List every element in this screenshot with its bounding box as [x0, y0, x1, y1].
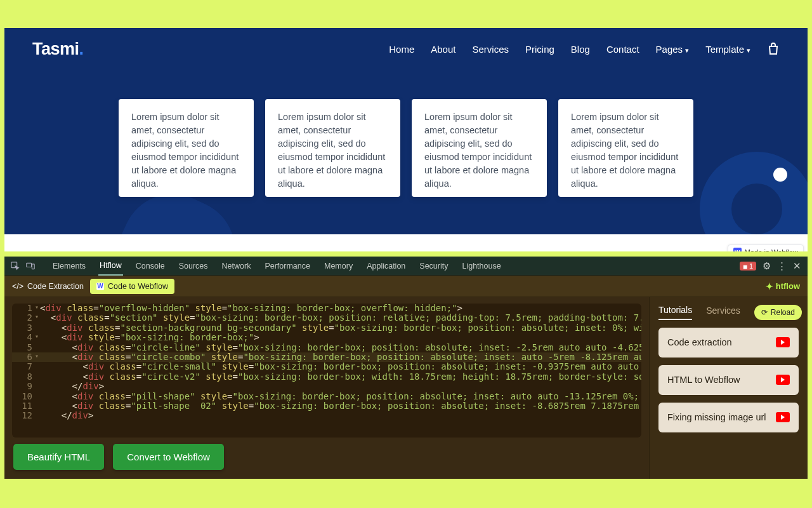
- code-line[interactable]: 1▾<div class="overflow-hidden" style="bo…: [12, 304, 641, 313]
- nav-pages-dropdown[interactable]: Pages▾: [656, 44, 690, 55]
- code-icon: </>: [12, 282, 23, 291]
- brand-logo[interactable]: Tasmi.: [32, 39, 84, 59]
- cart-icon[interactable]: [767, 41, 780, 57]
- code-line[interactable]: 3 <div class="section-background bg-seco…: [12, 323, 641, 333]
- chevron-down-icon: ▾: [685, 46, 689, 54]
- code-line[interactable]: 5 <div class="circle-line" style="box-si…: [12, 343, 641, 352]
- youtube-icon: [776, 337, 790, 347]
- youtube-icon: [776, 375, 790, 385]
- code-panel: 1▾<div class="overflow-hidden" style="bo…: [4, 297, 649, 479]
- code-line[interactable]: 8 <div class="circle-v2" style="box-sizi…: [12, 372, 641, 382]
- chevron-down-icon: ▾: [747, 46, 750, 54]
- nav-links: Home About Services Pricing Blog Contact…: [389, 41, 780, 57]
- webflow-icon: W: [733, 248, 742, 251]
- devtools-tabbar: Elements Htflow Console Sources Network …: [4, 257, 808, 276]
- tab-application[interactable]: Application: [365, 257, 407, 275]
- tutorial-title: HTML to Webflow: [667, 374, 740, 386]
- feature-card: Lorem ipsum dolor sit amet, consectetur …: [265, 99, 400, 197]
- card-row: Lorem ipsum dolor sit amet, consectetur …: [93, 99, 719, 197]
- nav-template-dropdown[interactable]: Template▾: [705, 44, 750, 55]
- error-badge[interactable]: ◼ 1: [740, 262, 756, 271]
- nav-services[interactable]: Services: [472, 44, 509, 55]
- webflow-icon: W: [96, 283, 104, 290]
- tab-performance[interactable]: Performance: [263, 257, 311, 275]
- inspect-icon[interactable]: [11, 262, 20, 271]
- code-footer: Beautify HTML Convert to Webflow: [12, 438, 641, 472]
- webpage-preview: Tasmi. Home About Services Pricing Blog …: [4, 28, 808, 251]
- nav-contact[interactable]: Contact: [606, 44, 639, 55]
- tab-memory[interactable]: Memory: [323, 257, 354, 275]
- htflow-toolbar: </> Code Extraction W Code to Webflow ✦ …: [4, 276, 808, 297]
- code-line[interactable]: 7 <div class="circle-small" style="box-s…: [12, 362, 641, 371]
- youtube-icon: [776, 412, 790, 422]
- htflow-logo: ✦ htflow: [766, 281, 800, 291]
- code-editor[interactable]: 1▾<div class="overflow-hidden" style="bo…: [12, 304, 641, 438]
- sidebar-tab-tutorials[interactable]: Tutorials: [658, 305, 692, 320]
- tab-lighthouse[interactable]: Lighthouse: [461, 257, 502, 275]
- devtools-panel: Elements Htflow Console Sources Network …: [4, 257, 808, 479]
- sidebar-tab-services[interactable]: Services: [706, 305, 740, 319]
- feature-card: Lorem ipsum dolor sit amet, consectetur …: [119, 99, 254, 197]
- tab-elements[interactable]: Elements: [51, 257, 87, 275]
- code-line[interactable]: 2▾ <div class="section" style="box-sizin…: [12, 313, 641, 323]
- convert-to-webflow-button[interactable]: Convert to Webflow: [113, 444, 224, 470]
- spark-icon: ✦: [766, 281, 773, 291]
- brand-name: Tasmi: [32, 39, 79, 58]
- tab-sources[interactable]: Sources: [178, 257, 209, 275]
- navbar: Tasmi. Home About Services Pricing Blog …: [4, 28, 808, 70]
- feature-card: Lorem ipsum dolor sit amet, consectetur …: [558, 99, 693, 197]
- svg-rect-2: [32, 264, 34, 269]
- reload-icon: ⟳: [761, 308, 768, 317]
- code-to-webflow-button[interactable]: W Code to Webflow: [90, 279, 174, 294]
- code-line[interactable]: 6▾ <div class="circle-combo" style="box-…: [12, 352, 641, 362]
- tutorial-card[interactable]: Fixing missing image url: [658, 403, 799, 432]
- tab-console[interactable]: Console: [134, 257, 166, 275]
- devtools-body: 1▾<div class="overflow-hidden" style="bo…: [4, 297, 808, 479]
- code-extraction-button[interactable]: </> Code Extraction: [12, 282, 84, 291]
- sidebar-panel: Tutorials Services ⟳ Reload Code extract…: [649, 297, 808, 479]
- close-icon[interactable]: ✕: [793, 260, 801, 272]
- decoration-dot: [773, 168, 787, 182]
- tutorial-title: Fixing missing image url: [667, 411, 766, 424]
- made-in-webflow-badge[interactable]: W Made in Webflow: [728, 244, 804, 251]
- code-line[interactable]: 10 <div class="pill-shape" style="box-si…: [12, 392, 641, 401]
- tutorial-title: Code extraction: [667, 337, 732, 349]
- reload-button[interactable]: ⟳ Reload: [754, 305, 802, 320]
- tab-security[interactable]: Security: [418, 257, 449, 275]
- more-icon[interactable]: ⋮: [777, 260, 787, 272]
- code-line[interactable]: 4▾ <div style="box-sizing: border-box;">: [12, 333, 641, 342]
- made-in-webflow-label: Made in Webflow: [745, 248, 798, 252]
- nav-pricing[interactable]: Pricing: [525, 44, 554, 55]
- tutorial-card[interactable]: HTML to Webflow: [658, 365, 799, 395]
- tab-htflow[interactable]: Htflow: [98, 257, 123, 276]
- brand-dot: .: [79, 39, 84, 58]
- beautify-html-button[interactable]: Beautify HTML: [13, 444, 104, 470]
- feature-card: Lorem ipsum dolor sit amet, consectetur …: [412, 99, 547, 197]
- nav-about[interactable]: About: [431, 44, 455, 55]
- code-line[interactable]: 12 </div>: [12, 411, 641, 420]
- sidebar-tabs: Tutorials Services ⟳ Reload: [658, 305, 799, 320]
- nav-home[interactable]: Home: [389, 44, 414, 55]
- svg-rect-1: [27, 263, 32, 267]
- device-toggle-icon[interactable]: [26, 262, 35, 271]
- tutorial-card[interactable]: Code extraction: [658, 328, 799, 358]
- tab-network[interactable]: Network: [221, 257, 252, 275]
- hero-section: Tasmi. Home About Services Pricing Blog …: [4, 28, 808, 234]
- settings-icon[interactable]: ⚙: [763, 260, 771, 272]
- nav-blog[interactable]: Blog: [571, 44, 590, 55]
- code-line[interactable]: 9 </div>: [12, 382, 641, 391]
- code-line[interactable]: 11 <div class="pill-shape _02" style="bo…: [12, 401, 641, 411]
